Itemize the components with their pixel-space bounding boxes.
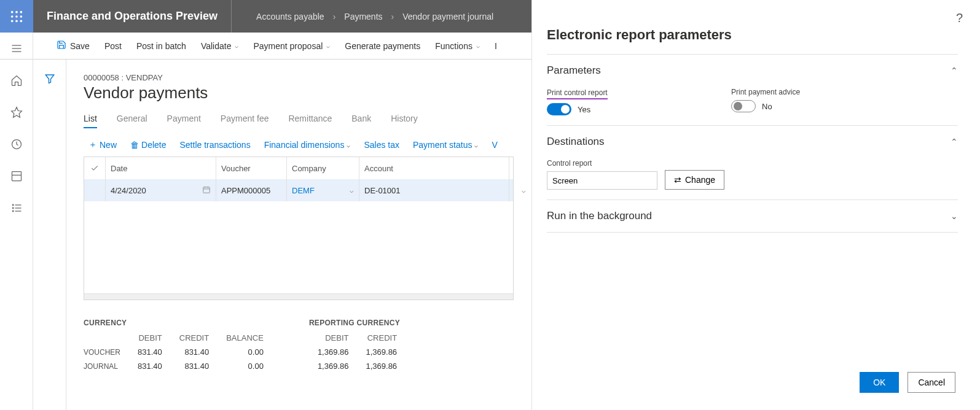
print-control-toggle[interactable] (547, 103, 571, 115)
svg-rect-14 (12, 172, 21, 181)
save-label: Save (70, 41, 90, 51)
sales-tax-button[interactable]: Sales tax (364, 140, 399, 150)
chevron-down-icon: ⌵ (474, 142, 478, 149)
select-all-checkbox[interactable] (84, 157, 106, 179)
payment-proposal-button[interactable]: Payment proposal⌵ (253, 41, 330, 51)
waffle-menu[interactable] (0, 0, 33, 33)
col-header-account[interactable]: Account (359, 157, 509, 179)
star-icon[interactable] (9, 105, 24, 120)
svg-point-7 (15, 20, 18, 22)
print-advice-toggle[interactable] (731, 100, 756, 112)
svg-point-1 (15, 10, 18, 13)
cell-account[interactable]: DE-01001 ⌵ (359, 179, 509, 201)
section-parameters[interactable]: Parameters ⌃ (547, 64, 958, 77)
svg-point-20 (12, 211, 14, 212)
svg-point-3 (11, 15, 14, 18)
control-report-label: Control report (547, 159, 657, 168)
chevron-down-icon[interactable]: ⌵ (522, 187, 526, 195)
side-panel: ? Electronic report parameters Parameter… (531, 0, 980, 410)
chevron-down-icon[interactable]: ⌵ (350, 187, 354, 195)
section-background[interactable]: Run in the background ⌄ (547, 210, 958, 222)
svg-point-5 (20, 15, 23, 18)
svg-point-4 (15, 15, 18, 18)
filter-icon[interactable] (44, 73, 55, 410)
print-control-report-label: Print control report (547, 88, 608, 99)
svg-rect-23 (203, 187, 210, 192)
currency-heading: CURRENCY (84, 319, 272, 327)
chevron-up-icon: ⌃ (951, 137, 958, 147)
tab-list[interactable]: List (84, 114, 97, 128)
svg-marker-22 (45, 75, 54, 83)
debit-header: DEBIT (309, 331, 358, 345)
breadcrumb-item[interactable]: Accounts payable (256, 12, 324, 21)
ok-button[interactable]: OK (860, 372, 899, 393)
home-icon[interactable] (9, 73, 24, 88)
debit-header: DEBIT (129, 331, 171, 345)
cell-company[interactable]: DEMF ⌵ (287, 179, 359, 201)
tab-bank[interactable]: Bank (351, 114, 371, 128)
delete-button[interactable]: 🗑Delete (130, 140, 166, 150)
swap-icon: ⇄ (674, 175, 681, 185)
save-button[interactable]: Save (57, 40, 90, 52)
chevron-up-icon: ⌃ (951, 66, 958, 75)
generate-payments-button[interactable]: Generate payments (345, 41, 420, 51)
control-report-input[interactable] (547, 171, 657, 190)
reporting-currency-heading: REPORTING CURRENCY (309, 319, 406, 327)
page-title: Vendor payments (84, 83, 531, 102)
settle-button[interactable]: Settle transactions (179, 140, 250, 150)
col-header-voucher[interactable]: Voucher (216, 157, 287, 179)
list-icon[interactable] (9, 201, 24, 215)
new-button[interactable]: ＋New (88, 139, 117, 150)
svg-point-0 (11, 10, 14, 13)
table-row[interactable]: 4/24/2020 APPM000005 DEMF ⌵ DE-01001 ⌵ (84, 179, 513, 201)
chevron-right-icon: › (333, 12, 336, 21)
calendar-icon[interactable] (202, 185, 211, 196)
tab-history[interactable]: History (391, 114, 418, 128)
more-grid-button[interactable]: V (492, 140, 497, 150)
cancel-button[interactable]: Cancel (907, 372, 955, 393)
app-title: Finance and Operations Preview (33, 0, 232, 33)
payment-status-button[interactable]: Payment status⌵ (413, 140, 479, 150)
credit-header: CREDIT (357, 331, 406, 345)
plus-icon: ＋ (88, 139, 97, 150)
chevron-down-icon: ⌵ (347, 142, 350, 149)
post-button[interactable]: Post (104, 41, 122, 51)
breadcrumb-item[interactable]: Payments (344, 12, 382, 21)
cell-date[interactable]: 4/24/2020 (106, 179, 216, 201)
svg-marker-12 (11, 107, 22, 118)
print-payment-advice-label: Print payment advice (731, 88, 854, 96)
post-batch-button[interactable]: Post in batch (136, 41, 186, 51)
save-icon (57, 40, 66, 52)
validate-button[interactable]: Validate⌵ (201, 41, 239, 51)
trash-icon: 🗑 (130, 140, 139, 150)
col-header-company[interactable]: Company (287, 157, 359, 179)
tab-remittance[interactable]: Remittance (288, 114, 332, 128)
tab-general[interactable]: General (117, 114, 147, 128)
help-icon[interactable]: ? (956, 11, 963, 25)
more-button[interactable]: I (495, 41, 497, 51)
panel-title: Electronic report parameters (547, 27, 958, 43)
change-button[interactable]: ⇄ Change (665, 170, 724, 190)
section-destinations[interactable]: Destinations ⌃ (547, 136, 958, 148)
journal-id: 00000058 : VENDPAY (84, 73, 531, 82)
clock-icon[interactable] (9, 137, 24, 152)
hamburger-icon[interactable] (9, 41, 24, 56)
breadcrumb-item[interactable]: Vendor payment journal (402, 12, 493, 21)
col-header-date[interactable]: Date (106, 157, 216, 179)
grid-scrollbar[interactable] (84, 293, 513, 300)
tab-payment-fee[interactable]: Payment fee (221, 114, 269, 128)
credit-header: CREDIT (171, 331, 218, 345)
payments-grid: Date Voucher Company Account 4/24/2020 A… (84, 157, 514, 300)
toggle-value: No (762, 102, 772, 111)
balance-header: BALANCE (218, 331, 272, 345)
chevron-down-icon: ⌵ (476, 42, 480, 49)
svg-point-8 (20, 20, 23, 22)
financial-dimensions-button[interactable]: Financial dimensions⌵ (264, 140, 351, 150)
functions-button[interactable]: Functions⌵ (435, 41, 480, 51)
toggle-value: Yes (578, 105, 590, 114)
module-icon[interactable] (9, 169, 24, 184)
svg-point-16 (12, 204, 14, 206)
cell-voucher[interactable]: APPM000005 (216, 179, 287, 201)
breadcrumb: Accounts payable › Payments › Vendor pay… (232, 12, 493, 21)
tab-payment[interactable]: Payment (167, 114, 201, 128)
